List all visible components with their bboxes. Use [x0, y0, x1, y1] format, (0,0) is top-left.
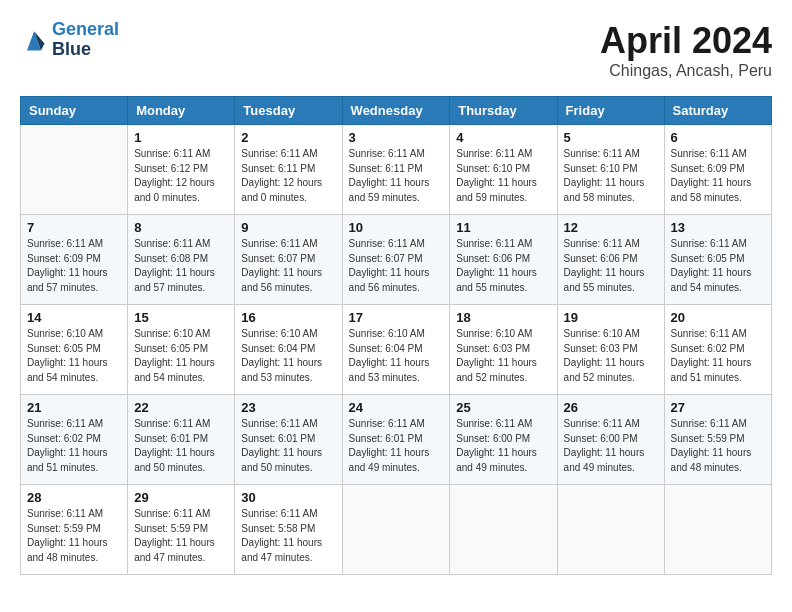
- location-title: Chingas, Ancash, Peru: [600, 62, 772, 80]
- page-header: GeneralBlue April 2024 Chingas, Ancash, …: [20, 20, 772, 80]
- day-number: 14: [27, 310, 121, 325]
- day-number: 11: [456, 220, 550, 235]
- calendar-cell: 22Sunrise: 6:11 AMSunset: 6:01 PMDayligh…: [128, 395, 235, 485]
- calendar-cell: [342, 485, 450, 575]
- week-row: 7Sunrise: 6:11 AMSunset: 6:09 PMDaylight…: [21, 215, 772, 305]
- day-number: 30: [241, 490, 335, 505]
- logo: GeneralBlue: [20, 20, 119, 60]
- day-info: Sunrise: 6:11 AMSunset: 6:05 PMDaylight:…: [671, 237, 765, 295]
- day-number: 16: [241, 310, 335, 325]
- day-number: 28: [27, 490, 121, 505]
- week-row: 1Sunrise: 6:11 AMSunset: 6:12 PMDaylight…: [21, 125, 772, 215]
- calendar-cell: 9Sunrise: 6:11 AMSunset: 6:07 PMDaylight…: [235, 215, 342, 305]
- calendar-cell: 6Sunrise: 6:11 AMSunset: 6:09 PMDaylight…: [664, 125, 771, 215]
- weekday-header: Saturday: [664, 97, 771, 125]
- day-info: Sunrise: 6:11 AMSunset: 5:59 PMDaylight:…: [671, 417, 765, 475]
- logo-text: GeneralBlue: [52, 20, 119, 60]
- weekday-header: Wednesday: [342, 97, 450, 125]
- day-number: 5: [564, 130, 658, 145]
- day-number: 18: [456, 310, 550, 325]
- day-info: Sunrise: 6:11 AMSunset: 6:08 PMDaylight:…: [134, 237, 228, 295]
- weekday-header: Tuesday: [235, 97, 342, 125]
- day-info: Sunrise: 6:11 AMSunset: 6:01 PMDaylight:…: [134, 417, 228, 475]
- calendar-cell: [21, 125, 128, 215]
- day-number: 23: [241, 400, 335, 415]
- day-info: Sunrise: 6:11 AMSunset: 6:10 PMDaylight:…: [456, 147, 550, 205]
- calendar-table: SundayMondayTuesdayWednesdayThursdayFrid…: [20, 96, 772, 575]
- calendar-cell: 20Sunrise: 6:11 AMSunset: 6:02 PMDayligh…: [664, 305, 771, 395]
- calendar-cell: 12Sunrise: 6:11 AMSunset: 6:06 PMDayligh…: [557, 215, 664, 305]
- day-number: 13: [671, 220, 765, 235]
- calendar-cell: 4Sunrise: 6:11 AMSunset: 6:10 PMDaylight…: [450, 125, 557, 215]
- weekday-header: Thursday: [450, 97, 557, 125]
- weekday-header: Friday: [557, 97, 664, 125]
- calendar-cell: 30Sunrise: 6:11 AMSunset: 5:58 PMDayligh…: [235, 485, 342, 575]
- day-info: Sunrise: 6:11 AMSunset: 6:01 PMDaylight:…: [349, 417, 444, 475]
- calendar-cell: 15Sunrise: 6:10 AMSunset: 6:05 PMDayligh…: [128, 305, 235, 395]
- day-number: 15: [134, 310, 228, 325]
- day-number: 9: [241, 220, 335, 235]
- day-number: 29: [134, 490, 228, 505]
- calendar-cell: [450, 485, 557, 575]
- calendar-cell: 19Sunrise: 6:10 AMSunset: 6:03 PMDayligh…: [557, 305, 664, 395]
- day-info: Sunrise: 6:10 AMSunset: 6:05 PMDaylight:…: [27, 327, 121, 385]
- calendar-cell: 21Sunrise: 6:11 AMSunset: 6:02 PMDayligh…: [21, 395, 128, 485]
- day-number: 21: [27, 400, 121, 415]
- day-number: 2: [241, 130, 335, 145]
- calendar-cell: 24Sunrise: 6:11 AMSunset: 6:01 PMDayligh…: [342, 395, 450, 485]
- calendar-cell: 3Sunrise: 6:11 AMSunset: 6:11 PMDaylight…: [342, 125, 450, 215]
- day-info: Sunrise: 6:11 AMSunset: 6:02 PMDaylight:…: [671, 327, 765, 385]
- calendar-cell: [557, 485, 664, 575]
- day-info: Sunrise: 6:11 AMSunset: 6:11 PMDaylight:…: [349, 147, 444, 205]
- day-info: Sunrise: 6:10 AMSunset: 6:03 PMDaylight:…: [564, 327, 658, 385]
- day-info: Sunrise: 6:11 AMSunset: 5:59 PMDaylight:…: [27, 507, 121, 565]
- title-area: April 2024 Chingas, Ancash, Peru: [600, 20, 772, 80]
- calendar-cell: 7Sunrise: 6:11 AMSunset: 6:09 PMDaylight…: [21, 215, 128, 305]
- weekday-header: Monday: [128, 97, 235, 125]
- day-number: 25: [456, 400, 550, 415]
- day-info: Sunrise: 6:11 AMSunset: 6:00 PMDaylight:…: [564, 417, 658, 475]
- calendar-cell: 1Sunrise: 6:11 AMSunset: 6:12 PMDaylight…: [128, 125, 235, 215]
- month-title: April 2024: [600, 20, 772, 62]
- day-number: 27: [671, 400, 765, 415]
- logo-icon: [20, 26, 48, 54]
- calendar-cell: 14Sunrise: 6:10 AMSunset: 6:05 PMDayligh…: [21, 305, 128, 395]
- week-row: 21Sunrise: 6:11 AMSunset: 6:02 PMDayligh…: [21, 395, 772, 485]
- weekday-header: Sunday: [21, 97, 128, 125]
- day-info: Sunrise: 6:11 AMSunset: 5:59 PMDaylight:…: [134, 507, 228, 565]
- day-number: 1: [134, 130, 228, 145]
- day-info: Sunrise: 6:11 AMSunset: 6:10 PMDaylight:…: [564, 147, 658, 205]
- day-info: Sunrise: 6:11 AMSunset: 6:11 PMDaylight:…: [241, 147, 335, 205]
- day-info: Sunrise: 6:11 AMSunset: 6:09 PMDaylight:…: [671, 147, 765, 205]
- day-number: 24: [349, 400, 444, 415]
- week-row: 28Sunrise: 6:11 AMSunset: 5:59 PMDayligh…: [21, 485, 772, 575]
- day-info: Sunrise: 6:11 AMSunset: 6:02 PMDaylight:…: [27, 417, 121, 475]
- day-info: Sunrise: 6:11 AMSunset: 6:09 PMDaylight:…: [27, 237, 121, 295]
- day-info: Sunrise: 6:10 AMSunset: 6:04 PMDaylight:…: [241, 327, 335, 385]
- calendar-cell: 25Sunrise: 6:11 AMSunset: 6:00 PMDayligh…: [450, 395, 557, 485]
- calendar-cell: 26Sunrise: 6:11 AMSunset: 6:00 PMDayligh…: [557, 395, 664, 485]
- calendar-cell: 17Sunrise: 6:10 AMSunset: 6:04 PMDayligh…: [342, 305, 450, 395]
- weekday-header-row: SundayMondayTuesdayWednesdayThursdayFrid…: [21, 97, 772, 125]
- calendar-cell: 10Sunrise: 6:11 AMSunset: 6:07 PMDayligh…: [342, 215, 450, 305]
- day-info: Sunrise: 6:11 AMSunset: 6:01 PMDaylight:…: [241, 417, 335, 475]
- day-info: Sunrise: 6:10 AMSunset: 6:05 PMDaylight:…: [134, 327, 228, 385]
- day-info: Sunrise: 6:11 AMSunset: 6:07 PMDaylight:…: [349, 237, 444, 295]
- day-number: 3: [349, 130, 444, 145]
- week-row: 14Sunrise: 6:10 AMSunset: 6:05 PMDayligh…: [21, 305, 772, 395]
- day-number: 22: [134, 400, 228, 415]
- calendar-cell: 2Sunrise: 6:11 AMSunset: 6:11 PMDaylight…: [235, 125, 342, 215]
- day-info: Sunrise: 6:11 AMSunset: 6:07 PMDaylight:…: [241, 237, 335, 295]
- calendar-cell: 29Sunrise: 6:11 AMSunset: 5:59 PMDayligh…: [128, 485, 235, 575]
- day-info: Sunrise: 6:10 AMSunset: 6:03 PMDaylight:…: [456, 327, 550, 385]
- calendar-cell: 23Sunrise: 6:11 AMSunset: 6:01 PMDayligh…: [235, 395, 342, 485]
- day-info: Sunrise: 6:11 AMSunset: 6:12 PMDaylight:…: [134, 147, 228, 205]
- day-info: Sunrise: 6:11 AMSunset: 5:58 PMDaylight:…: [241, 507, 335, 565]
- calendar-cell: 5Sunrise: 6:11 AMSunset: 6:10 PMDaylight…: [557, 125, 664, 215]
- calendar-cell: 13Sunrise: 6:11 AMSunset: 6:05 PMDayligh…: [664, 215, 771, 305]
- day-number: 17: [349, 310, 444, 325]
- calendar-cell: 11Sunrise: 6:11 AMSunset: 6:06 PMDayligh…: [450, 215, 557, 305]
- day-info: Sunrise: 6:10 AMSunset: 6:04 PMDaylight:…: [349, 327, 444, 385]
- calendar-cell: 27Sunrise: 6:11 AMSunset: 5:59 PMDayligh…: [664, 395, 771, 485]
- day-number: 26: [564, 400, 658, 415]
